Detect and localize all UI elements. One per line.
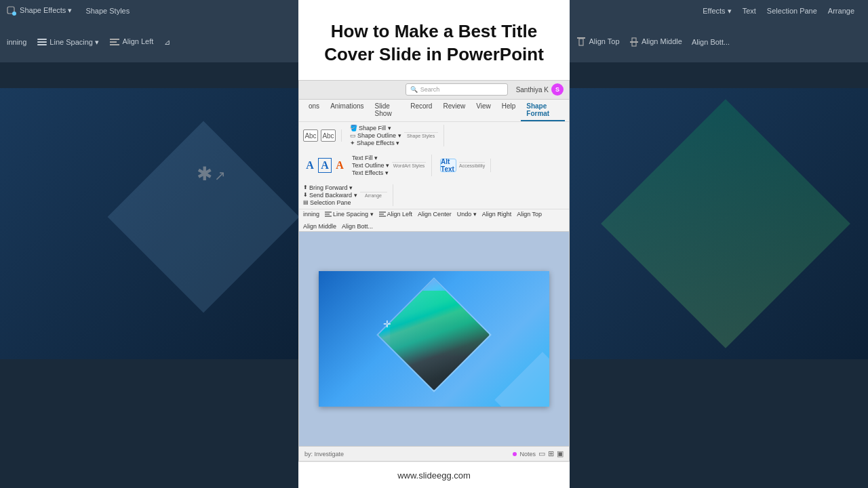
bg-left-toolbar-top: Shape Effects ▾ Shape Styles bbox=[0, 0, 298, 22]
bg-cursor: ✱ ↗ bbox=[197, 163, 226, 185]
diamond-image-container bbox=[376, 277, 492, 392]
arrange-group: ⬆ Bring Forward ▾ ⬇ Send Backward ▾ ▤ Se… bbox=[303, 184, 393, 206]
shape-styles-label: Shape Styles bbox=[404, 132, 438, 138]
alt-text-icon: Alt Text bbox=[440, 159, 456, 172]
footer: www.slideegg.com bbox=[298, 462, 570, 488]
bg-align-extra: ⊿ bbox=[164, 38, 170, 47]
ppt-search-box[interactable]: 🔍 Search bbox=[406, 83, 508, 96]
search-icon: 🔍 bbox=[410, 86, 418, 93]
statusbar-right: Notes ▭ ⊞ ▣ bbox=[513, 449, 564, 458]
normal-view-icon[interactable]: ▭ bbox=[538, 449, 545, 458]
svg-point-1 bbox=[12, 12, 16, 16]
cursor-star-icon: ✱ bbox=[197, 163, 212, 184]
diamond-aurora-overlay bbox=[390, 291, 492, 357]
bg-inning-label: inning bbox=[7, 38, 26, 46]
ppt-topbar: 🔍 Search Santhiya K S bbox=[299, 81, 569, 100]
tab-ons[interactable]: ons bbox=[303, 100, 325, 121]
shape-outline-button[interactable]: ▭ Shape Outline ▾ bbox=[350, 132, 401, 139]
ppt-ribbon-tabs: ons Animations Slide Show Record Review … bbox=[299, 100, 569, 122]
inning-btn[interactable]: inning bbox=[303, 211, 319, 218]
text-outline-button[interactable]: Text Outline ▾ bbox=[352, 162, 389, 169]
bg-shape-styles-label: Shape Styles bbox=[85, 7, 130, 15]
bg-align-top-label: Align Top bbox=[576, 37, 620, 47]
statusbar-left: by: Investigate bbox=[304, 451, 344, 458]
status-dot bbox=[513, 452, 517, 456]
bring-forward-icon: ⬆ bbox=[303, 184, 308, 190]
align-right-btn[interactable]: Align Right bbox=[482, 211, 512, 218]
accessibility-group: Alt Text Accessibility bbox=[440, 159, 491, 172]
arrange-label: Arrange bbox=[360, 192, 387, 198]
user-name: Santhiya K bbox=[516, 86, 549, 94]
ppt-slide-area: ✛ bbox=[299, 232, 569, 446]
wordart-a-blue[interactable]: A bbox=[303, 158, 317, 173]
shape-fill-icon: 🪣 bbox=[350, 125, 357, 131]
text-fill-button[interactable]: Text Fill ▾ bbox=[352, 155, 389, 161]
bg-align-middle-label: Align Middle bbox=[629, 37, 682, 47]
shape-sample-1[interactable]: Abc bbox=[303, 129, 318, 142]
shape-sample-2[interactable]: Abc bbox=[321, 129, 336, 142]
wordart-a-orange[interactable]: A bbox=[333, 158, 347, 173]
align-top-btn[interactable]: Align Top bbox=[517, 211, 542, 218]
tab-record[interactable]: Record bbox=[405, 100, 437, 121]
ppt-window: 🔍 Search Santhiya K S ons Animations Sli… bbox=[298, 80, 570, 462]
user-avatar: S bbox=[551, 83, 564, 96]
shape-styles-group: 🪣 Shape Fill ▾ ▭ Shape Outline ▾ ✦ Shape… bbox=[350, 125, 444, 146]
send-backward-icon: ⬇ bbox=[303, 192, 308, 198]
bg-shape-effects-label: Shape Effects ▾ bbox=[7, 6, 72, 16]
align-bottom-btn[interactable]: Align Bott... bbox=[342, 223, 373, 230]
ppt-statusbar: by: Investigate Notes ▭ ⊞ ▣ bbox=[299, 446, 569, 461]
wordart-a-outline[interactable]: A bbox=[318, 158, 332, 173]
align-center-btn[interactable]: Align Center bbox=[418, 211, 452, 218]
ppt-ribbon: ons Animations Slide Show Record Review … bbox=[299, 100, 569, 232]
selection-pane-button[interactable]: ▤ Selection Pane bbox=[303, 199, 357, 206]
svg-rect-7 bbox=[630, 41, 638, 43]
accessibility-label: Accessibility bbox=[459, 162, 485, 168]
search-placeholder: Search bbox=[420, 86, 440, 93]
send-backward-button[interactable]: ⬇ Send Backward ▾ bbox=[303, 192, 357, 199]
line-spacing-btn[interactable]: Line Spacing ▾ bbox=[325, 211, 374, 218]
bg-align-left-label: Align Left bbox=[110, 37, 153, 46]
footer-url[interactable]: www.slideegg.com bbox=[397, 470, 471, 481]
shape-effects-button[interactable]: ✦ Shape Effects ▾ bbox=[350, 140, 401, 146]
shape-outline-icon: ▭ bbox=[350, 132, 356, 139]
wordart-group: A A A Text Fill ▾ Text Outline ▾ Text Ef… bbox=[303, 155, 432, 176]
undo-btn[interactable]: Undo ▾ bbox=[457, 211, 477, 218]
text-effects-button[interactable]: Text Effects ▾ bbox=[352, 169, 389, 176]
wordart-styles-label: WordArt Styles bbox=[392, 162, 426, 168]
shape-fill-button[interactable]: 🪣 Shape Fill ▾ bbox=[350, 125, 401, 131]
bg-left-toolbar-bottom: inning Line Spacing ▾ Align Left ⊿ bbox=[0, 22, 298, 62]
presenter-view-icon[interactable]: ▣ bbox=[557, 449, 564, 458]
bg-arrange-label: Arrange bbox=[828, 7, 854, 15]
tab-help[interactable]: Help bbox=[496, 100, 521, 121]
svg-rect-3 bbox=[110, 41, 117, 43]
bg-selection-pane-label: Selection Pane bbox=[767, 7, 817, 15]
bg-text-label: Text bbox=[743, 7, 756, 15]
bg-right-toolbar-bottom: Align Top Align Middle Align Bott... bbox=[570, 22, 868, 62]
notes-button[interactable]: Notes bbox=[519, 451, 536, 458]
tab-view[interactable]: View bbox=[471, 100, 496, 121]
investigate-label: by: Investigate bbox=[304, 451, 344, 458]
ppt-ribbon-tools-row2: inning Line Spacing ▾ Align Left Align C… bbox=[299, 209, 569, 231]
cursor-arrow-icon: ↗ bbox=[214, 168, 226, 183]
svg-rect-6 bbox=[579, 39, 583, 45]
tab-animations[interactable]: Animations bbox=[325, 100, 369, 121]
bg-effects-label: Effects ▾ bbox=[703, 7, 731, 16]
title-area: How to Make a Best Title Cover Slide in … bbox=[298, 0, 570, 80]
tab-review[interactable]: Review bbox=[437, 100, 471, 121]
bg-right-toolbar-top: Effects ▾ Text Selection Pane Arrange bbox=[570, 0, 868, 22]
bring-forward-button[interactable]: ⬆ Bring Forward ▾ bbox=[303, 184, 357, 191]
shape-effects-icon: ✦ bbox=[350, 140, 355, 146]
ppt-ribbon-tools-row1: Abc Abc 🪣 Shape Fill ▾ ▭ Shape Outline ▾ bbox=[299, 122, 569, 209]
ppt-slide[interactable]: ✛ bbox=[319, 271, 549, 407]
align-middle-btn[interactable]: Align Middle bbox=[303, 223, 336, 230]
page-title: How to Make a Best Title Cover Slide in … bbox=[312, 20, 556, 66]
tab-slideshow[interactable]: Slide Show bbox=[370, 100, 406, 121]
shape-style-samples-group: Abc Abc bbox=[303, 129, 342, 142]
grid-view-icon[interactable]: ⊞ bbox=[548, 449, 554, 458]
tab-shape-format[interactable]: Shape Format bbox=[521, 100, 565, 121]
align-left-btn[interactable]: Align Left bbox=[379, 211, 413, 218]
bg-align-bottom-label: Align Bott... bbox=[692, 38, 730, 46]
center-panel: How to Make a Best Title Cover Slide in … bbox=[298, 0, 570, 488]
selection-pane-icon: ▤ bbox=[303, 199, 309, 205]
svg-rect-2 bbox=[110, 39, 119, 40]
